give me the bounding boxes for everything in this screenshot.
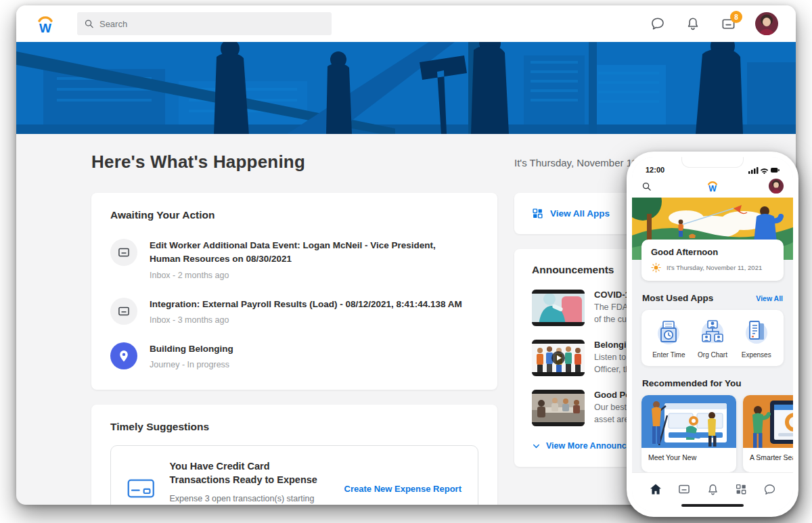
timely-suggestions-card: Timely Suggestions You Have Credit Card … — [91, 405, 497, 505]
topbar-actions: 8 — [650, 12, 778, 35]
apps-grid-icon — [735, 483, 747, 495]
workday-logo-icon: W — [34, 12, 57, 35]
svg-text:W: W — [39, 21, 51, 35]
home-indicator — [681, 504, 744, 507]
recommended-card-search[interactable]: A Smarter Sea — [743, 395, 793, 472]
app-tile-label: Enter Time — [652, 351, 685, 359]
nav-apps-button[interactable] — [733, 481, 749, 497]
phone-mockup: 12:00 W — [627, 152, 798, 517]
homepage-illustration — [641, 395, 736, 448]
org-chart-icon — [699, 319, 726, 346]
left-column: Awaiting Your Action Edit Worker Additio… — [91, 193, 497, 505]
chat-icon — [650, 16, 665, 31]
meeting-photo-thumbnail — [532, 390, 585, 426]
app-tile-enter-time[interactable]: Enter Time — [647, 319, 691, 359]
phone-notch — [681, 157, 744, 168]
svg-text:W: W — [708, 184, 717, 194]
awaiting-item-title: Building Belonging — [150, 342, 233, 356]
nav-notifications-button[interactable] — [704, 481, 721, 497]
recommended-card-label: A Smarter Sea — [743, 448, 793, 472]
greeting-date: It's Thursday, November 11, 2021 — [667, 264, 762, 271]
recommended-title: Recommended for You — [642, 378, 742, 388]
recommended-card-label: Meet Your New — [641, 448, 736, 472]
user-avatar[interactable] — [769, 179, 784, 194]
status-icons — [748, 166, 780, 174]
awaiting-item-building-belonging[interactable]: Building Belonging Journey - In progress — [110, 342, 478, 369]
greeting-title: Good Afternoon — [651, 247, 774, 257]
credit-card-suggestion: You Have Credit Card Transactions Ready … — [110, 445, 478, 505]
search-dashboard-illustration — [743, 395, 793, 448]
most-used-apps-card: Enter Time Org Chart — [641, 310, 784, 366]
awaiting-item-title: Integration: External Payroll Results (L… — [150, 298, 462, 311]
inbox-tray-icon — [110, 239, 137, 266]
view-all-link[interactable]: View All — [756, 294, 783, 302]
app-tile-label: Expenses — [742, 351, 771, 359]
awaiting-title: Awaiting Your Action — [110, 209, 478, 221]
nav-inbox-button[interactable] — [676, 481, 692, 497]
chat-button[interactable] — [650, 16, 666, 32]
cityscape-banner-image — [16, 42, 796, 134]
nav-chat-button[interactable] — [761, 481, 777, 497]
expenses-icon — [743, 319, 770, 346]
workday-logo[interactable]: W — [34, 12, 57, 35]
journey-pin-icon — [110, 342, 137, 369]
awaiting-item-meta: Inbox - 3 months ago — [150, 315, 462, 325]
sun-icon — [651, 263, 661, 273]
avatar-photo — [755, 12, 778, 35]
app-tile-label: Org Chart — [698, 351, 727, 359]
current-date-text: It's Thursday, November 11 — [514, 157, 637, 168]
chevron-down-icon — [532, 442, 541, 451]
awaiting-item-edit-worker[interactable]: Edit Worker Additional Data Event: Logan… — [110, 239, 478, 280]
awaiting-item-meta: Journey - In progress — [150, 360, 233, 369]
bell-icon — [706, 483, 719, 496]
timely-title: Timely Suggestions — [110, 421, 478, 433]
search-input[interactable] — [99, 19, 325, 29]
credit-card-icon — [127, 476, 155, 501]
inbox-badge: 8 — [730, 11, 742, 23]
inbox-tray-icon — [110, 298, 137, 325]
app-tile-expenses[interactable]: Expenses — [734, 319, 778, 359]
create-expense-report-link[interactable]: Create New Expense Report — [344, 484, 461, 494]
most-used-apps-title: Most Used Apps — [642, 293, 713, 303]
nav-home-button[interactable] — [648, 481, 664, 497]
search-bar[interactable] — [77, 12, 332, 35]
enter-time-icon — [655, 319, 682, 346]
awaiting-item-integration[interactable]: Integration: External Payroll Results (L… — [110, 298, 478, 325]
awaiting-item-title: Edit Worker Additional Data Event: Logan… — [150, 239, 468, 267]
chat-icon — [763, 483, 776, 496]
inbox-tray-icon — [677, 482, 691, 496]
search-icon — [84, 18, 94, 29]
page-title: Here's What's Happening — [91, 152, 514, 173]
top-bar: W — [16, 5, 796, 42]
inbox-button[interactable]: 8 — [720, 16, 736, 32]
suggestion-description: Expense 3 open transaction(s) starting f… — [170, 493, 330, 505]
bell-icon — [685, 16, 700, 31]
hero-banner — [16, 42, 796, 134]
greeting-card: Good Afternoon It's Thursday, November 1… — [641, 240, 784, 281]
recommended-cards: Meet Your New — [641, 395, 793, 472]
status-time: 12:00 — [646, 166, 664, 174]
home-icon — [649, 482, 662, 496]
play-icon — [551, 351, 565, 365]
notifications-button[interactable] — [685, 16, 701, 32]
phone-app-bar: W — [632, 175, 793, 198]
suggestion-title: You Have Credit Card Transactions Ready … — [170, 459, 330, 487]
awaiting-item-meta: Inbox - 2 months ago — [150, 271, 468, 280]
recommended-card-homepage[interactable]: Meet Your New — [641, 395, 736, 472]
user-avatar[interactable] — [755, 12, 778, 35]
belonging-video-thumbnail — [532, 340, 585, 376]
awaiting-your-action-card: Awaiting Your Action Edit Worker Additio… — [91, 193, 497, 390]
apps-grid-icon — [532, 208, 543, 219]
workday-logo[interactable]: W — [705, 179, 720, 194]
search-icon[interactable] — [641, 181, 652, 191]
phone-screen: 12:00 W — [632, 157, 793, 511]
vaccine-photo-thumbnail — [532, 290, 585, 326]
app-tile-org-chart[interactable]: Org Chart — [691, 319, 735, 359]
view-all-apps-label: View All Apps — [550, 208, 610, 219]
